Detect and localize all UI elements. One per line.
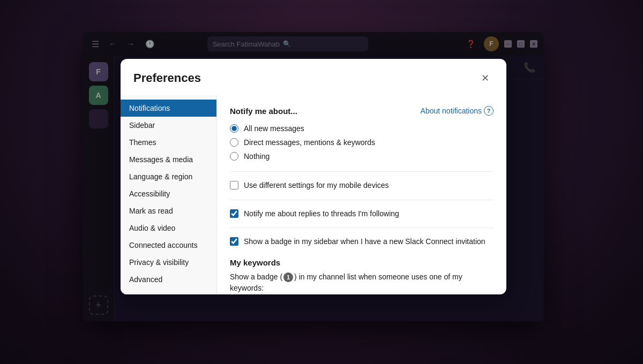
radio-direct-label: Direct messages, mentions & keywords	[244, 138, 375, 147]
checkbox-threads-option[interactable]: Notify me about replies to threads I'm f…	[230, 209, 494, 219]
notify-radio-group: All new messages Direct messages, mentio…	[230, 124, 494, 161]
checkbox-badge-option[interactable]: Show a badge in my sidebar when I have a…	[230, 237, 494, 247]
modal-title: Preferences	[133, 71, 201, 85]
divider-2	[230, 200, 494, 200]
nav-item-messages[interactable]: Messages & media	[121, 151, 216, 168]
divider-1	[230, 171, 494, 172]
radio-option-direct[interactable]: Direct messages, mentions & keywords	[230, 138, 494, 147]
keywords-badge: 1	[283, 272, 293, 282]
info-icon: ?	[484, 106, 494, 116]
modal-body: Notifications Sidebar Themes Messages & …	[121, 95, 506, 294]
radio-nothing[interactable]	[230, 152, 238, 161]
checkbox-badge[interactable]	[230, 237, 238, 246]
radio-all-messages[interactable]	[230, 124, 238, 133]
checkbox-threads-label: Notify me about replies to threads I'm f…	[244, 209, 399, 219]
checkbox-mobile-label: Use different settings for my mobile dev…	[244, 180, 389, 191]
nav-item-audio[interactable]: Audio & video	[121, 219, 216, 237]
preferences-nav: Notifications Sidebar Themes Messages & …	[121, 95, 217, 294]
nav-item-markasread[interactable]: Mark as read	[121, 202, 216, 219]
nav-item-notifications[interactable]: Notifications	[121, 100, 216, 117]
nav-item-connected[interactable]: Connected accounts	[121, 237, 216, 254]
nav-item-accessibility[interactable]: Accessibility	[121, 185, 216, 202]
keywords-desc-before: Show a badge (	[230, 272, 282, 281]
keywords-section: My keywords Show a badge (1) in my chann…	[230, 258, 494, 294]
checkbox-badge-label: Show a badge in my sidebar when I have a…	[244, 237, 485, 247]
nav-item-advanced[interactable]: Advanced	[121, 271, 216, 288]
checkbox-threads[interactable]	[230, 209, 238, 218]
keywords-description: Show a badge (1) in my channel list when…	[230, 271, 494, 294]
nav-item-privacy[interactable]: Privacy & visibility	[121, 254, 216, 271]
radio-direct-messages[interactable]	[230, 138, 238, 147]
preferences-content: Notify me about... About notifications ?…	[217, 95, 506, 294]
nav-item-language[interactable]: Language & region	[121, 168, 216, 185]
radio-nothing-label: Nothing	[244, 152, 270, 161]
divider-3	[230, 228, 494, 228]
checkbox-mobile-option[interactable]: Use different settings for my mobile dev…	[230, 180, 494, 191]
keywords-title: My keywords	[230, 258, 494, 267]
radio-all-label: All new messages	[244, 124, 304, 133]
radio-option-all[interactable]: All new messages	[230, 124, 494, 133]
section-header: Notify me about... About notifications ?	[230, 106, 494, 116]
preferences-modal: Preferences ✕ Notifications Sidebar Them…	[121, 59, 506, 294]
nav-item-sidebar[interactable]: Sidebar	[121, 117, 216, 134]
checkbox-mobile[interactable]	[230, 181, 238, 189]
section-title: Notify me about...	[230, 107, 297, 116]
app-window: ☰ ← → 🕐 Search FatimaWahab 🔍 ❓ F − □ ✕ F…	[83, 32, 544, 321]
modal-overlay: Preferences ✕ Notifications Sidebar Them…	[83, 32, 544, 321]
nav-item-themes[interactable]: Themes	[121, 134, 216, 151]
about-notifications-text: About notifications	[421, 107, 482, 115]
about-notifications-link[interactable]: About notifications ?	[421, 106, 494, 116]
radio-option-nothing[interactable]: Nothing	[230, 152, 494, 161]
modal-close-button[interactable]: ✕	[476, 70, 494, 87]
modal-header: Preferences ✕	[121, 59, 506, 95]
